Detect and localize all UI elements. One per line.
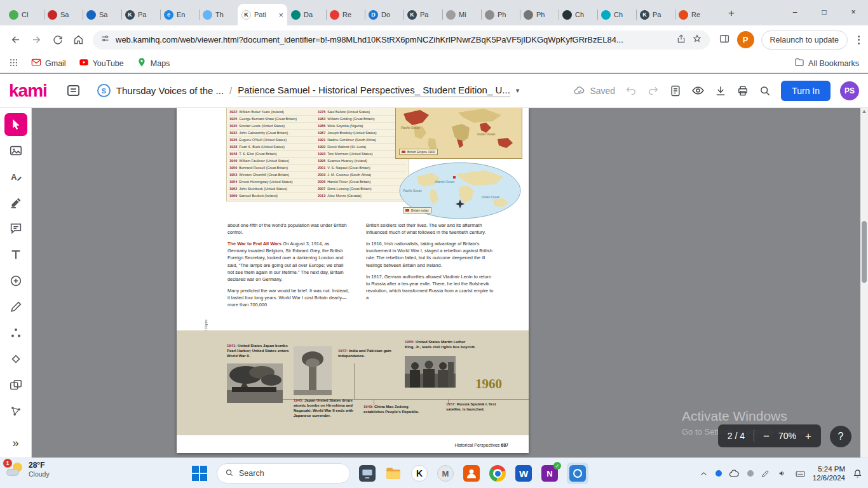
forward-icon[interactable] xyxy=(26,29,47,50)
bookmark-gmail[interactable]: Gmail xyxy=(31,57,66,69)
browser-tab[interactable]: eEn xyxy=(160,4,199,25)
browser-tab[interactable]: KPa xyxy=(636,4,675,25)
section-heading: The War to End All Wars xyxy=(227,241,281,247)
browser-tab[interactable]: Ch xyxy=(559,4,597,25)
hidden-icons-chevron[interactable] xyxy=(699,469,709,478)
tray-app-icon[interactable] xyxy=(747,470,754,477)
browser-tab[interactable]: DDo xyxy=(365,4,403,25)
maximize-button[interactable]: □ xyxy=(810,0,839,24)
relaunch-to-update-button[interactable]: Relaunch to update xyxy=(761,30,848,50)
share-icon[interactable] xyxy=(676,34,686,46)
zoom-level[interactable]: 70% xyxy=(778,431,796,441)
side-panel-icon[interactable] xyxy=(719,33,730,47)
image-annotation-tool[interactable] xyxy=(4,139,27,162)
redo-icon[interactable] xyxy=(647,85,660,97)
app-desktop-icon[interactable] xyxy=(358,464,376,482)
browser-tab[interactable]: Da xyxy=(287,4,326,25)
document-text-icon[interactable] xyxy=(669,85,682,97)
browser-tab[interactable]: Re xyxy=(675,4,714,25)
turn-in-button[interactable]: Turn In xyxy=(781,81,831,101)
bookmark-maps[interactable]: Maps xyxy=(137,57,170,69)
m-app-icon[interactable]: M xyxy=(437,464,454,482)
notification-bell-icon[interactable] xyxy=(852,468,863,479)
bluetooth-icon[interactable] xyxy=(715,470,722,477)
keyboard-icon[interactable] xyxy=(795,468,806,479)
browser-tab[interactable]: Sa xyxy=(44,4,83,25)
user-avatar[interactable]: PS xyxy=(840,81,859,100)
browser-tab[interactable]: KPa xyxy=(403,4,442,25)
scroll-up-arrow[interactable] xyxy=(862,110,866,113)
browser-tab[interactable]: Sa xyxy=(83,4,121,25)
kami-logo[interactable]: kami xyxy=(9,81,47,101)
onenote-icon[interactable]: N✓ xyxy=(541,464,559,482)
browser-menu-icon[interactable] xyxy=(855,36,863,44)
scrollbar[interactable] xyxy=(860,108,868,458)
browser-tab[interactable]: KPa xyxy=(121,4,160,25)
laureate-entry: 1976Saul Bellow (United States) xyxy=(318,109,406,116)
address-bar[interactable]: web.kamihq.com/web/viewer.html?document_… xyxy=(93,30,710,50)
zoom-out-button[interactable]: − xyxy=(763,431,770,442)
contacts-app-icon[interactable] xyxy=(463,464,480,482)
pen-icon[interactable] xyxy=(761,468,771,478)
document-title[interactable]: Patience Samuel - Historical Perspective… xyxy=(238,85,510,97)
url-text[interactable]: web.kamihq.com/web/viewer.html?document_… xyxy=(116,35,670,44)
browser-tab[interactable]: Th xyxy=(199,4,238,25)
chevron-down-icon[interactable]: ▾ xyxy=(516,86,520,95)
back-icon[interactable] xyxy=(5,29,26,50)
profile-avatar[interactable]: P xyxy=(737,31,754,48)
download-icon[interactable] xyxy=(714,85,727,97)
browser-tab[interactable]: Cl xyxy=(5,4,44,25)
text-box-tool[interactable]: A xyxy=(4,165,27,188)
highlighter-tool[interactable] xyxy=(4,191,27,214)
home-icon[interactable] xyxy=(68,29,89,50)
group-annotations-tool[interactable] xyxy=(4,322,27,344)
bookmark-youtube[interactable]: YouTube xyxy=(79,57,124,69)
reload-icon[interactable] xyxy=(47,29,68,50)
browser-tab[interactable]: Ch xyxy=(597,4,636,25)
document-viewport[interactable]: 1922William Butler Yeats (Ireland)1976Sa… xyxy=(32,108,868,458)
browser-tab[interactable]: Mi xyxy=(442,4,481,25)
view-icon[interactable] xyxy=(691,84,705,97)
word-icon[interactable]: W xyxy=(515,464,532,482)
zoom-in-button[interactable]: + xyxy=(805,431,811,442)
bookmark-star-icon[interactable] xyxy=(692,34,702,46)
new-tab-button[interactable]: + xyxy=(723,5,740,22)
scrollbar-thumb[interactable] xyxy=(862,221,867,283)
tune-icon[interactable] xyxy=(100,34,110,46)
clock[interactable]: 5:24 PM12/6/2024 xyxy=(813,464,845,483)
pen-tool[interactable] xyxy=(4,295,27,318)
volume-icon[interactable] xyxy=(778,468,788,478)
photos-app-icon[interactable] xyxy=(567,463,588,484)
breadcrumb-folder[interactable]: Thursday Voices of the ... xyxy=(116,85,224,96)
start-button[interactable] xyxy=(191,464,208,482)
equation-tool[interactable] xyxy=(4,400,27,423)
file-explorer-icon[interactable] xyxy=(384,464,402,482)
help-button[interactable]: ? xyxy=(830,426,851,447)
print-icon[interactable] xyxy=(736,85,749,97)
taskbar-search[interactable]: Search xyxy=(217,463,350,484)
expand-tools-icon[interactable]: » xyxy=(12,437,18,450)
laureate-year: 2001 xyxy=(318,166,325,170)
select-tool[interactable] xyxy=(4,113,27,136)
outline-icon[interactable] xyxy=(66,83,81,98)
browser-tab[interactable]: Ph xyxy=(520,4,559,25)
text-tool[interactable] xyxy=(4,243,27,266)
comment-tool[interactable] xyxy=(4,217,27,240)
all-bookmarks-button[interactable]: All Bookmarks xyxy=(794,57,859,69)
browser-tab[interactable]: Re xyxy=(326,4,365,25)
eraser-tool[interactable] xyxy=(4,348,27,370)
search-icon[interactable] xyxy=(759,85,771,97)
chrome-icon[interactable] xyxy=(489,464,506,482)
shape-tool[interactable] xyxy=(4,269,27,292)
weather-widget[interactable]: 1 28°FCloudy xyxy=(6,461,50,478)
minimize-button[interactable]: – xyxy=(780,0,810,24)
onedrive-icon[interactable] xyxy=(729,468,740,479)
apps-grid-icon[interactable] xyxy=(9,58,18,69)
tab-close-icon[interactable]: × xyxy=(278,10,283,20)
close-button[interactable]: × xyxy=(839,0,868,24)
browser-tab-active[interactable]: KPati× xyxy=(238,4,287,25)
browser-tab[interactable]: Ph xyxy=(481,4,520,25)
kami-app-icon[interactable]: K xyxy=(410,464,428,482)
media-tool[interactable] xyxy=(4,374,27,396)
undo-icon[interactable] xyxy=(625,85,637,97)
